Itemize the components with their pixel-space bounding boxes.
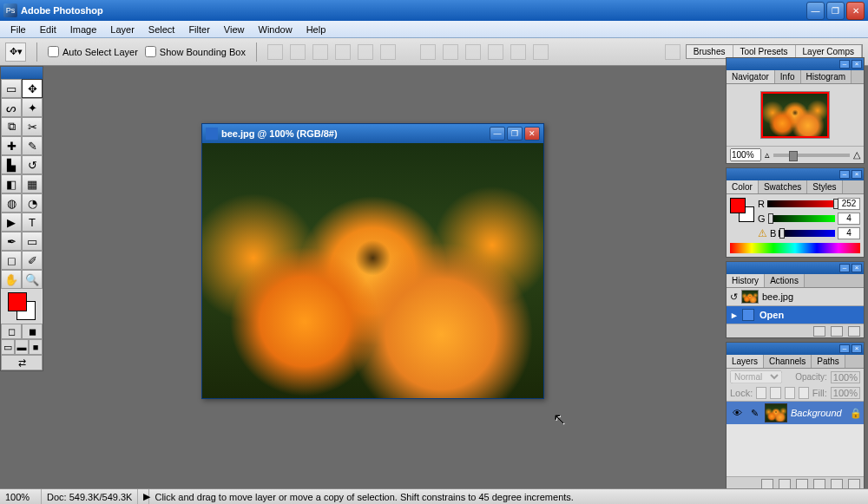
fg-bg-swatch[interactable] xyxy=(8,292,36,320)
new-document-icon[interactable] xyxy=(831,326,843,337)
status-menu-arrow[interactable]: ▶ xyxy=(138,489,149,504)
bounding-box-checkbox[interactable]: Show Bounding Box xyxy=(145,46,246,57)
jump-imageready[interactable]: ⇄ xyxy=(1,355,43,370)
visibility-icon[interactable]: 👁 xyxy=(730,406,744,420)
new-set-icon[interactable] xyxy=(796,479,808,489)
doc-maximize-button[interactable]: ❐ xyxy=(507,127,523,141)
lock-all-icon[interactable] xyxy=(799,387,809,399)
panel-minimize-icon[interactable]: – xyxy=(839,170,850,179)
tab-histogram[interactable]: Histogram xyxy=(801,70,852,83)
blend-mode-select[interactable]: Normal xyxy=(730,370,782,383)
distribute-top-icon[interactable] xyxy=(420,44,436,60)
fg-swatch[interactable] xyxy=(730,198,746,213)
r-value[interactable]: 252 xyxy=(838,198,860,210)
panel-minimize-icon[interactable]: – xyxy=(839,344,850,353)
tab-brushes[interactable]: Brushes xyxy=(687,45,733,58)
tab-actions[interactable]: Actions xyxy=(765,274,805,287)
tool-eraser[interactable]: ◧ xyxy=(1,174,22,193)
close-button[interactable]: ✕ xyxy=(846,2,865,20)
tool-dodge[interactable]: ◔ xyxy=(22,193,43,213)
lock-pixels-icon[interactable] xyxy=(770,387,780,399)
r-slider[interactable] xyxy=(767,200,835,207)
new-snapshot-icon[interactable] xyxy=(813,326,825,337)
distribute-vcenter-icon[interactable] xyxy=(443,44,458,60)
distribute-hcenter-icon[interactable] xyxy=(510,44,526,60)
menu-select[interactable]: Select xyxy=(141,23,182,36)
color-swatch-pair[interactable] xyxy=(730,198,754,222)
move-tool-icon[interactable]: ✥▾ xyxy=(5,43,26,62)
tab-swatches[interactable]: Swatches xyxy=(759,180,807,193)
panel-close-icon[interactable]: × xyxy=(852,60,862,69)
auto-select-checkbox[interactable]: Auto Select Layer xyxy=(48,46,138,57)
align-top-icon[interactable] xyxy=(267,44,283,60)
align-hcenter-icon[interactable] xyxy=(358,44,373,60)
distribute-left-icon[interactable] xyxy=(488,44,503,60)
panel-minimize-icon[interactable]: – xyxy=(839,264,850,272)
panel-close-icon[interactable]: × xyxy=(852,170,862,179)
navigator-thumbnail[interactable] xyxy=(760,91,830,139)
align-vcenter-icon[interactable] xyxy=(290,44,306,60)
screen-fullmenu[interactable]: ▬ xyxy=(15,339,29,355)
tab-channels[interactable]: Channels xyxy=(764,355,812,368)
lock-transparency-icon[interactable] xyxy=(756,387,766,399)
tool-type[interactable]: T xyxy=(22,213,43,232)
tab-history[interactable]: History xyxy=(727,274,765,287)
distribute-right-icon[interactable] xyxy=(533,44,549,60)
document-canvas[interactable] xyxy=(202,143,543,398)
panel-close-icon[interactable]: × xyxy=(852,264,862,272)
history-source-row[interactable]: ↺ bee.jpg xyxy=(727,288,864,306)
doc-minimize-button[interactable]: — xyxy=(490,127,505,141)
menu-edit[interactable]: Edit xyxy=(33,23,63,36)
tab-paths[interactable]: Paths xyxy=(812,355,845,368)
align-bottom-icon[interactable] xyxy=(312,44,328,60)
toolbox-drag-handle[interactable] xyxy=(1,67,43,79)
tool-notes[interactable]: ◻ xyxy=(1,251,22,270)
tool-hand[interactable]: ✋ xyxy=(1,270,22,289)
tab-layer-comps[interactable]: Layer Comps xyxy=(796,45,862,58)
gamut-warning-icon[interactable]: ⚠ xyxy=(758,227,767,239)
lock-position-icon[interactable] xyxy=(785,387,795,399)
tool-eyedropper[interactable]: ✐ xyxy=(22,251,43,270)
layer-row-background[interactable]: 👁 ✎ Background 🔒 xyxy=(727,402,864,424)
color-spectrum[interactable] xyxy=(730,243,860,253)
menu-file[interactable]: File xyxy=(3,23,33,36)
fg-color[interactable] xyxy=(8,292,27,311)
menu-layer[interactable]: Layer xyxy=(103,23,141,36)
trash-icon[interactable] xyxy=(848,326,860,337)
tool-brush[interactable]: ✎ xyxy=(22,136,43,155)
status-docsize[interactable]: Doc: 549.3K/549.3K xyxy=(42,489,138,504)
quickmask-mode[interactable]: ◼ xyxy=(22,324,43,339)
tab-styles[interactable]: Styles xyxy=(807,180,842,193)
align-right-icon[interactable] xyxy=(380,44,396,60)
palette-well-toggle-icon[interactable] xyxy=(665,44,681,60)
menu-view[interactable]: View xyxy=(217,23,252,36)
tab-navigator[interactable]: Navigator xyxy=(727,70,775,83)
tool-zoom[interactable]: 🔍 xyxy=(22,270,43,289)
panel-close-icon[interactable]: × xyxy=(852,344,862,353)
zoom-in-icon[interactable]: △ xyxy=(853,149,860,160)
tool-pen[interactable]: ✒ xyxy=(1,232,22,251)
screen-full[interactable]: ■ xyxy=(29,339,43,355)
distribute-bottom-icon[interactable] xyxy=(465,44,481,60)
adjustment-layer-icon[interactable] xyxy=(813,479,825,489)
link-icon[interactable]: ✎ xyxy=(747,406,761,420)
menu-help[interactable]: Help xyxy=(299,23,333,36)
align-left-icon[interactable] xyxy=(335,44,351,60)
layers-header[interactable]: – × xyxy=(727,343,864,355)
doc-close-button[interactable]: ✕ xyxy=(524,127,540,141)
tool-wand[interactable]: ✦ xyxy=(22,98,43,117)
tab-color[interactable]: Color xyxy=(727,180,759,193)
tool-slice[interactable]: ✂ xyxy=(22,117,43,136)
tool-heal[interactable]: ✚ xyxy=(1,136,22,155)
tab-layers[interactable]: Layers xyxy=(727,355,764,368)
panel-minimize-icon[interactable]: – xyxy=(839,60,850,69)
navigator-zoom-input[interactable] xyxy=(730,148,761,161)
tool-gradient[interactable]: ▦ xyxy=(22,174,43,193)
tool-path-select[interactable]: ▶ xyxy=(1,213,22,232)
b-value[interactable]: 4 xyxy=(838,227,860,239)
history-item-open[interactable]: ▸ Open xyxy=(727,306,864,324)
screen-standard[interactable]: ▭ xyxy=(1,339,15,355)
fill-value[interactable]: 100% xyxy=(831,387,860,399)
g-value[interactable]: 4 xyxy=(838,213,860,225)
layer-thumbnail[interactable] xyxy=(765,403,787,422)
